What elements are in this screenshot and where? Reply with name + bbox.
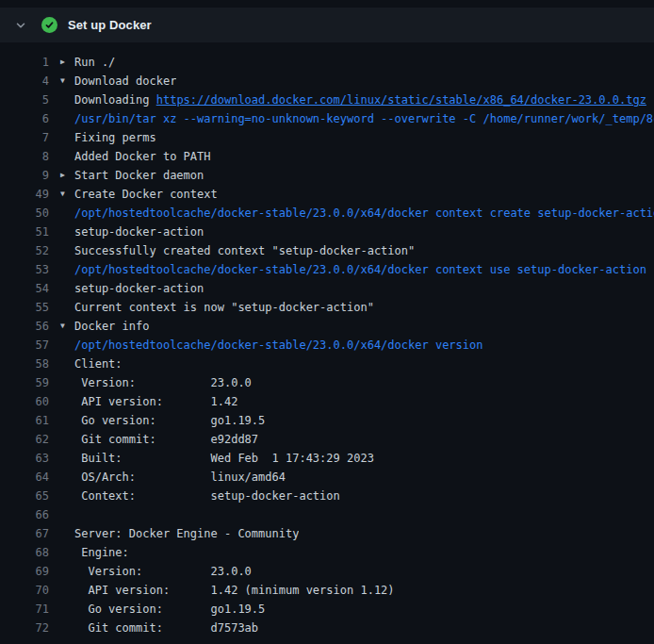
chevron-down-icon[interactable] (13, 18, 28, 33)
log-segment: Create Docker context (74, 188, 218, 201)
log-text: Version: 23.0.0 (74, 562, 252, 581)
log-segment: Context: setup-docker-action (74, 489, 340, 503)
line-number[interactable]: 60 (0, 392, 49, 411)
arrow-slot (60, 241, 74, 260)
log-segment: Git commit: e92dd87 (74, 433, 258, 446)
arrow-slot (60, 600, 74, 619)
line-number[interactable]: 71 (0, 600, 49, 619)
arrow-slot (60, 487, 74, 505)
group-expanded-arrow-icon[interactable]: ▼ (60, 317, 74, 336)
line-number[interactable]: 61 (0, 411, 49, 430)
arrow-slot (60, 562, 74, 581)
line-number[interactable]: 54 (0, 279, 49, 298)
line-number[interactable]: 53 (0, 260, 49, 279)
log-line: 62 Git commit: e92dd87 (0, 430, 654, 449)
line-number[interactable]: 55 (0, 298, 49, 317)
log-text: Fixing perms (74, 128, 156, 147)
log-text: Git commit: e92dd87 (74, 430, 258, 449)
log-text: Go version: go1.19.5 (74, 411, 265, 430)
log-group-toggle[interactable]: Run ./ (74, 53, 115, 72)
line-number[interactable]: 4 (0, 72, 49, 91)
log-line: 59 Version: 23.0.0 (0, 373, 654, 392)
line-number[interactable]: 62 (0, 430, 49, 449)
line-number[interactable]: 49 (0, 185, 49, 204)
line-number[interactable]: 9 (0, 166, 49, 185)
log-segment: Run ./ (74, 56, 115, 69)
line-number[interactable]: 65 (0, 487, 49, 505)
log-line: 64 OS/Arch: linux/amd64 (0, 468, 654, 487)
log-line: 61 Go version: go1.19.5 (0, 411, 654, 430)
log-text: API version: 1.42 (minimum version 1.12) (74, 581, 395, 600)
log-line: 65 Context: setup-docker-action (0, 487, 654, 505)
log-line: 71 Go version: go1.19.5 (0, 600, 654, 619)
arrow-slot (60, 430, 74, 449)
arrow-slot (60, 411, 74, 430)
log-segment: /opt/hostedtoolcache/docker-stable/23.0.… (74, 206, 654, 220)
log-line: 56▼Docker info (0, 317, 654, 336)
line-number[interactable]: 52 (0, 241, 49, 260)
log-line: 68 Engine: (0, 543, 654, 562)
group-expanded-arrow-icon[interactable]: ▼ (60, 185, 74, 204)
line-number[interactable]: 51 (0, 223, 49, 241)
arrow-slot (60, 468, 74, 487)
line-number[interactable]: 6 (0, 109, 49, 128)
log-container: 1▶Run ./4▼Download docker5Downloading ht… (0, 42, 654, 637)
log-text: setup-docker-action (74, 279, 204, 298)
arrow-slot (60, 449, 74, 468)
line-number[interactable]: 64 (0, 468, 49, 487)
log-text: Server: Docker Engine - Community (74, 524, 299, 543)
line-number[interactable]: 57 (0, 336, 49, 355)
line-number[interactable]: 56 (0, 317, 49, 336)
line-number[interactable]: 59 (0, 373, 49, 392)
log-group-toggle[interactable]: Create Docker context (74, 185, 218, 204)
group-collapsed-arrow-icon[interactable]: ▶ (60, 166, 74, 185)
log-line: 66 (0, 505, 654, 524)
line-number[interactable]: 70 (0, 581, 49, 600)
log-line: 49▼Create Docker context (0, 185, 654, 204)
log-link[interactable]: https://download.docker.com/linux/static… (156, 93, 646, 107)
arrow-slot (60, 355, 74, 373)
line-number[interactable]: 66 (0, 505, 49, 524)
log-text: Go version: go1.19.5 (74, 600, 265, 619)
line-number[interactable]: 72 (0, 619, 49, 637)
line-number[interactable]: 68 (0, 543, 49, 562)
log-group-toggle[interactable]: Start Docker daemon (74, 166, 204, 185)
top-gap (0, 0, 654, 8)
log-text: API version: 1.42 (74, 392, 237, 411)
line-number[interactable]: 7 (0, 128, 49, 147)
line-number[interactable]: 69 (0, 562, 49, 581)
log-segment: setup-docker-action (74, 225, 204, 239)
log-segment: Docker info (74, 320, 149, 333)
log-segment: Engine: (74, 546, 129, 559)
log-line: 8Added Docker to PATH (0, 147, 654, 166)
log-line: 63 Built: Wed Feb 1 17:43:29 2023 (0, 449, 654, 468)
log-segment: Git commit: d7573ab (74, 621, 258, 635)
arrow-slot (60, 279, 74, 298)
arrow-slot (60, 581, 74, 600)
log-text: Built: Wed Feb 1 17:43:29 2023 (74, 449, 374, 468)
line-number[interactable]: 1 (0, 53, 49, 72)
line-number[interactable]: 63 (0, 449, 49, 468)
log-line: 9▶Start Docker daemon (0, 166, 654, 185)
log-text: Added Docker to PATH (74, 147, 211, 166)
line-number[interactable]: 67 (0, 524, 49, 543)
log-line: 7Fixing perms (0, 128, 654, 147)
line-number[interactable]: 58 (0, 355, 49, 373)
log-text: Client: (74, 355, 123, 373)
group-expanded-arrow-icon[interactable]: ▼ (60, 72, 74, 91)
log-line: 67Server: Docker Engine - Community (0, 524, 654, 543)
log-line: 4▼Download docker (0, 72, 654, 91)
log-line: 5Downloading https://download.docker.com… (0, 91, 654, 109)
log-line: 1▶Run ./ (0, 53, 654, 72)
line-number[interactable]: 5 (0, 91, 49, 109)
log-line: 60 API version: 1.42 (0, 392, 654, 411)
log-group-toggle[interactable]: Download docker (74, 72, 176, 91)
log-segment: Go version: go1.19.5 (74, 603, 265, 616)
line-number[interactable]: 50 (0, 204, 49, 223)
step-header[interactable]: Set up Docker (0, 8, 654, 42)
line-number[interactable]: 8 (0, 147, 49, 166)
log-text: /opt/hostedtoolcache/docker-stable/23.0.… (74, 260, 646, 279)
log-group-toggle[interactable]: Docker info (74, 317, 149, 336)
arrow-slot (60, 204, 74, 223)
group-collapsed-arrow-icon[interactable]: ▶ (60, 53, 74, 72)
